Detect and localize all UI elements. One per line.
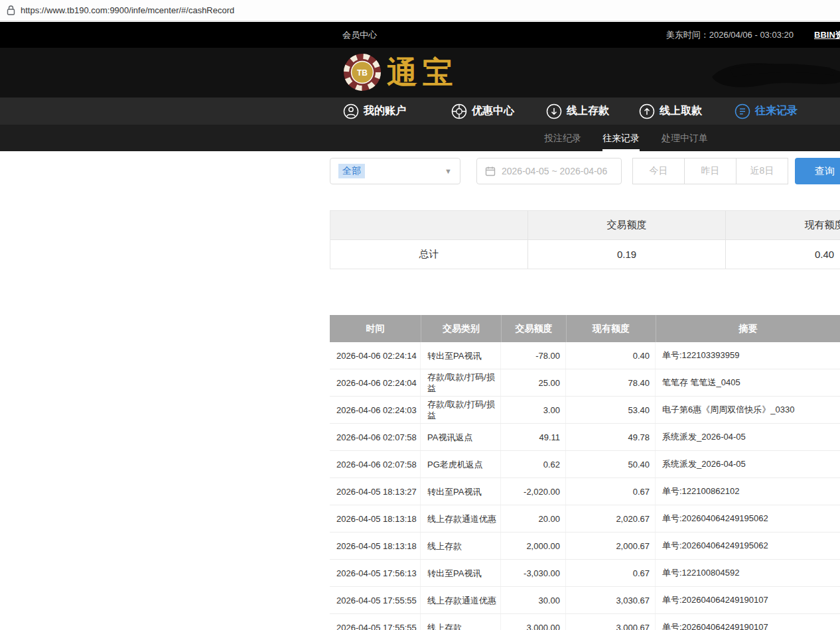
transactions-body: 2026-04-06 02:24:14转出至PA视讯-78.000.40单号:1… [330, 342, 840, 630]
table-row: 2026-04-06 02:07:58PG老虎机返点0.6250.40系统派发_… [330, 451, 840, 478]
bbin-link[interactable]: BBIN资讯 [814, 29, 840, 41]
redaction-scribble-icon [711, 60, 840, 94]
chevron-down-icon: ▼ [445, 167, 452, 175]
query-button[interactable]: 查询 [795, 158, 840, 184]
cell-balance: 2,020.67 [566, 505, 656, 532]
cell-time: 2026-04-05 18:13:18 [330, 505, 421, 532]
cell-amount: 30.00 [501, 587, 566, 613]
topbar: 会员中心 美东时间：2026/04/06 - 03:03:20 BBIN资讯 [0, 22, 840, 48]
withdraw-coin-icon [639, 103, 655, 119]
cell-type: 转出至PA视讯 [421, 560, 501, 586]
last-8-days-button[interactable]: 近8日 [736, 158, 788, 184]
cell-summary: 单号:202604064249195062 [656, 533, 840, 559]
subnav-item-transaction-records[interactable]: 往来记录 [602, 125, 640, 151]
header-time: 时间 [330, 315, 421, 342]
category-select[interactable]: 全部 ▼ [330, 158, 460, 184]
transactions-header-row: 时间 交易类别 交易额度 现有额度 摘要 [330, 315, 840, 342]
nav-item-my-account[interactable]: 我的账户 [343, 97, 406, 125]
summary-total-row: 总计 0.19 0.40 [330, 240, 840, 269]
cell-balance: 0.67 [566, 560, 656, 586]
cell-summary: 电子第6惠《周周双倍快乐》_0330 [656, 397, 840, 423]
nav-item-promotions[interactable]: 优惠中心 [451, 97, 514, 125]
nav-item-label: 线上取款 [660, 104, 702, 118]
nav-item-label: 线上存款 [567, 104, 609, 118]
nav-item-label: 优惠中心 [472, 104, 514, 118]
cell-time: 2026-04-06 02:24:14 [330, 342, 421, 369]
nav-item-online-deposit[interactable]: 线上存款 [546, 97, 609, 125]
summary-header-row: 交易额度 现有额度 [330, 211, 840, 240]
url-text[interactable]: https://www.tb190.com:9900/infe/mcenter/… [21, 5, 234, 15]
date-range-value: 2026-04-05 ~ 2026-04-06 [502, 166, 607, 176]
yesterday-button[interactable]: 昨日 [684, 158, 736, 184]
logo[interactable]: TB 通宝 [343, 52, 458, 92]
cell-type: 转出至PA视讯 [421, 478, 501, 505]
table-row: 2026-04-06 02:24:14转出至PA视讯-78.000.40单号:1… [330, 342, 840, 369]
cell-balance: 50.40 [566, 451, 656, 477]
cell-time: 2026-04-05 17:56:13 [330, 560, 421, 586]
cell-type: 存款/取款/打码/损益 [421, 397, 501, 423]
cell-type: 存款/取款/打码/损益 [421, 369, 501, 396]
deposit-coin-icon [546, 103, 562, 119]
subnav-item-processing-orders[interactable]: 处理中订单 [662, 125, 708, 151]
cell-type: PG老虎机返点 [421, 451, 501, 477]
summary-total-balance: 0.40 [725, 240, 840, 269]
cell-time: 2026-04-06 02:24:04 [330, 369, 421, 396]
cell-amount: -2,020.00 [501, 478, 566, 505]
table-row: 2026-04-06 02:24:04存款/取款/打码/损益25.0078.40… [330, 369, 840, 397]
cell-balance: 78.40 [566, 369, 656, 396]
us-eastern-time-label: 美东时间：2026/04/06 - 03:03:20 [666, 29, 794, 41]
cell-time: 2026-04-05 18:13:27 [330, 478, 421, 505]
summary-total-amount: 0.19 [527, 240, 725, 269]
subnav-item-betting-records[interactable]: 投注纪录 [544, 125, 581, 151]
browser-address-bar[interactable]: https://www.tb190.com:9900/infe/mcenter/… [0, 0, 840, 21]
cell-amount: 20.00 [501, 505, 566, 532]
category-selected-value: 全部 [338, 164, 365, 178]
lock-icon [7, 5, 15, 15]
summary-total-label: 总计 [330, 240, 527, 269]
date-range-input[interactable]: 2026-04-05 ~ 2026-04-06 [476, 158, 622, 184]
table-row: 2026-04-05 18:13:27转出至PA视讯-2,020.000.67单… [330, 478, 840, 505]
logo-text: 通宝 [387, 52, 458, 92]
cell-time: 2026-04-05 17:55:55 [330, 614, 421, 630]
nav-item-label: 我的账户 [364, 104, 406, 118]
header-type: 交易类别 [421, 315, 501, 342]
content-area: 全部 ▼ 2026-04-05 ~ 2026-04-06 今日 昨日 近8日 查… [0, 151, 840, 630]
cell-amount: 49.11 [501, 424, 566, 450]
header-amount: 交易额度 [501, 315, 566, 342]
lottery-ball-icon [451, 103, 467, 119]
cell-amount: 2,000.00 [501, 533, 566, 559]
cell-summary: 单号:202604064249190107 [656, 614, 840, 630]
cell-summary: 单号:202604064249190107 [656, 587, 840, 613]
table-row: 2026-04-06 02:24:03存款/取款/打码/损益3.0053.40电… [330, 397, 840, 424]
cell-summary: 笔笔存 笔笔送_0405 [656, 369, 840, 396]
table-row: 2026-04-05 18:13:18线上存款通道优惠20.002,020.67… [330, 505, 840, 533]
cell-summary: 单号:202604064249195062 [656, 505, 840, 532]
table-row: 2026-04-06 02:07:58PA视讯返点49.1149.78系统派发_… [330, 424, 840, 451]
cell-balance: 3,030.67 [566, 587, 656, 613]
cell-type: 线上存款通道优惠 [421, 505, 501, 532]
site-header: TB 通宝 [0, 48, 840, 97]
summary-table: 交易额度 现有额度 总计 0.19 0.40 [330, 210, 840, 269]
tb-chip-badge-text: TB [357, 68, 368, 78]
cell-time: 2026-04-05 18:13:18 [330, 533, 421, 559]
calendar-icon [485, 166, 496, 176]
nav-item-online-withdrawal[interactable]: 线上取款 [639, 97, 702, 125]
cell-type: 线上存款 [421, 614, 501, 630]
header-summary: 摘要 [656, 315, 840, 342]
nav-item-transaction-records[interactable]: 往来记录 [735, 97, 798, 125]
cell-amount: 25.00 [501, 369, 566, 396]
records-document-icon [735, 103, 750, 119]
summary-header-empty [330, 211, 527, 239]
cell-type: 线上存款通道优惠 [421, 587, 501, 613]
cell-amount: 3.00 [501, 397, 566, 423]
cell-type: 线上存款 [421, 533, 501, 559]
cell-summary: 系统派发_2026-04-05 [656, 451, 840, 477]
table-row: 2026-04-05 18:13:18线上存款2,000.002,000.67单… [330, 533, 840, 560]
cell-balance: 49.78 [566, 424, 656, 450]
cell-type: PA视讯返点 [421, 424, 501, 450]
cell-time: 2026-04-06 02:24:03 [330, 397, 421, 423]
tb-chip-icon: TB [343, 53, 382, 92]
table-row: 2026-04-05 17:56:13转出至PA视讯-3,030.000.67单… [330, 560, 840, 587]
today-button[interactable]: 今日 [632, 158, 685, 184]
cell-summary: 单号:122103393959 [656, 342, 840, 369]
